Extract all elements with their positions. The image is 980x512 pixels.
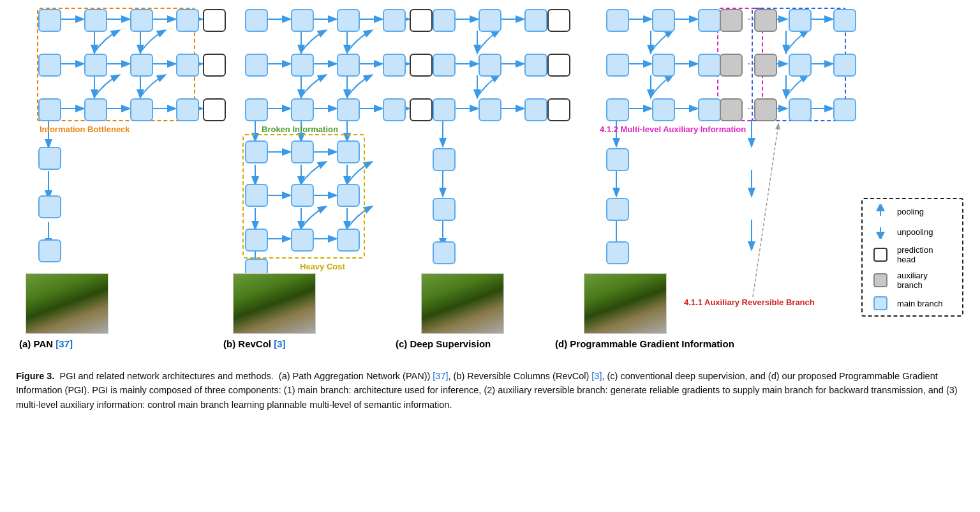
node (479, 54, 501, 77)
caption-pan: (a) PAN [37] (19, 338, 73, 349)
node (606, 9, 629, 32)
figure-caption: Figure 3. PGI and related network archit… (13, 369, 967, 412)
node (291, 229, 314, 252)
node (606, 241, 629, 264)
main-branch-label: main branch (897, 299, 943, 308)
node (176, 54, 199, 77)
figure-area: Information Bottleneck (a) PAN [37] Brok… (13, 6, 967, 364)
node (789, 98, 812, 121)
node (433, 198, 456, 221)
node (606, 98, 629, 121)
node (245, 184, 268, 207)
node (383, 98, 406, 121)
node (433, 98, 456, 121)
broken-information-label: Broken Information (262, 124, 338, 134)
node (833, 54, 856, 77)
node (38, 9, 61, 32)
node (337, 9, 360, 32)
node (698, 9, 721, 32)
node-gray (720, 98, 743, 121)
node (652, 54, 675, 77)
node (291, 54, 314, 77)
prediction-head-label: prediction head (897, 245, 953, 264)
node-white (410, 98, 433, 121)
caption-revcol: (b) RevCol [3] (223, 338, 286, 349)
node (38, 98, 61, 121)
node-white (203, 9, 226, 32)
node (38, 147, 61, 170)
dog-image-deep (421, 273, 504, 334)
node (524, 9, 547, 32)
node (130, 54, 153, 77)
node (433, 54, 456, 77)
node (38, 54, 61, 77)
pooling-label: pooling (897, 207, 924, 216)
caption-pgi: (d) Programmable Gradient Information (555, 338, 734, 349)
node (524, 54, 547, 77)
node (245, 229, 268, 252)
node (130, 9, 153, 32)
legend-unpooling: unpooling (869, 225, 953, 239)
legend-main-branch: main branch (869, 296, 953, 310)
node (433, 9, 456, 32)
node-white (203, 98, 226, 121)
node (38, 195, 61, 218)
auxiliary-reversible-label: 4.1.1 Auxiliary Reversible Branch (684, 297, 815, 307)
node (245, 98, 268, 121)
node (337, 184, 360, 207)
node (698, 54, 721, 77)
node (291, 140, 314, 163)
legend-box: pooling unpooling (861, 198, 963, 317)
node (84, 9, 107, 32)
node-white (203, 54, 226, 77)
auxiliary-branch-icon (869, 273, 892, 287)
node-white (547, 98, 570, 121)
main-container: Information Bottleneck (a) PAN [37] Brok… (0, 0, 980, 421)
legend-auxiliary-branch: auxiliary branch (869, 271, 953, 290)
node (789, 54, 812, 77)
svg-line-93 (753, 124, 778, 297)
node (606, 198, 629, 221)
node (291, 9, 314, 32)
node (433, 241, 456, 264)
node (833, 9, 856, 32)
node (84, 54, 107, 77)
node (337, 229, 360, 252)
node (789, 9, 812, 32)
node (130, 98, 153, 121)
information-bottleneck-label: Information Bottleneck (40, 124, 130, 134)
node-gray (720, 54, 743, 77)
node (524, 98, 547, 121)
node (245, 140, 268, 163)
dog-image-revcol (233, 273, 316, 334)
node (337, 98, 360, 121)
node (38, 239, 61, 262)
node-white (547, 54, 570, 77)
node (479, 98, 501, 121)
node (833, 98, 856, 121)
node (652, 9, 675, 32)
node (606, 54, 629, 77)
node (245, 9, 268, 32)
node-gray (720, 9, 743, 32)
node (383, 9, 406, 32)
main-branch-icon (869, 296, 892, 310)
caption-deep: (c) Deep Supervision (396, 338, 491, 349)
node-gray (754, 98, 777, 121)
node-white (410, 54, 433, 77)
node (245, 54, 268, 77)
prediction-head-icon (869, 248, 892, 262)
dog-image-pan (26, 273, 108, 334)
node-gray (754, 9, 777, 32)
heavy-cost-label: Heavy Cost (300, 262, 345, 271)
node (337, 54, 360, 77)
unpooling-label: unpooling (897, 227, 933, 237)
node (433, 148, 456, 171)
node (176, 9, 199, 32)
pooling-icon (869, 204, 892, 218)
node (291, 98, 314, 121)
node (337, 140, 360, 163)
node-white (410, 9, 433, 32)
node (291, 184, 314, 207)
node-white (547, 9, 570, 32)
